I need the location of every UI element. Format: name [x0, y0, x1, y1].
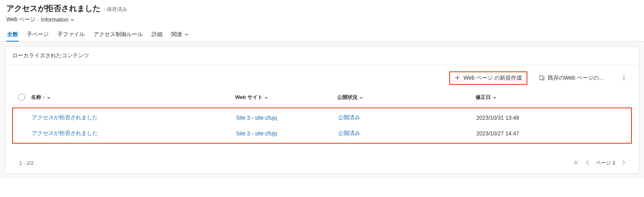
breadcrumb-form: Information — [41, 16, 68, 23]
svg-rect-0 — [540, 76, 543, 80]
more-vertical-icon — [621, 75, 627, 82]
section-title: ローカライズされたコンテンツ — [5, 47, 639, 65]
column-header-modified[interactable]: 修正日 — [476, 94, 554, 101]
tab-label: 子ページ — [27, 31, 49, 37]
chevron-down-icon — [47, 94, 51, 100]
tab-label: アクセス制御ルール — [93, 31, 143, 37]
tab-label: 詳細 — [152, 31, 163, 37]
svg-point-1 — [624, 75, 625, 76]
table-row[interactable]: アクセスが拒否されました Site 3 - site-zfujq 公開済み 20… — [13, 126, 631, 141]
row-website-link[interactable]: Site 3 - site-zfujq — [236, 130, 338, 137]
row-modified: 2023/10/27 14:47 — [476, 130, 555, 137]
pager: ページ 1 — [574, 159, 626, 166]
tab-general[interactable]: 全般 — [6, 29, 19, 41]
button-label: 既存のWeb ページの… — [548, 75, 604, 82]
tab-child-files[interactable]: 子ファイル — [57, 29, 86, 41]
breadcrumb-entity: Web ページ — [6, 16, 35, 23]
breadcrumb-separator: · — [37, 16, 39, 23]
chevron-down-icon — [264, 94, 268, 100]
button-label: Web ページ の新規作成 — [463, 75, 521, 82]
add-existing-webpage-button[interactable]: 既存のWeb ページの… — [534, 72, 609, 84]
row-range-label: 1 - 2/2 — [19, 160, 34, 166]
grid-footer: 1 - 2/2 ページ 1 — [5, 148, 639, 173]
tab-label: 子ファイル — [57, 31, 85, 37]
grid-toolbar: Web ページ の新規作成 既存のWeb ページの… — [5, 65, 639, 89]
tab-related[interactable]: 関連 — [170, 29, 189, 41]
more-commands-button[interactable] — [616, 72, 632, 84]
column-header-website[interactable]: Web サイト — [235, 94, 337, 101]
link-icon — [539, 75, 545, 82]
column-label: 公開状況 — [337, 94, 358, 101]
svg-point-3 — [624, 79, 625, 80]
row-name-link[interactable]: アクセスが拒否されました — [32, 114, 236, 121]
tab-label: 全般 — [7, 31, 18, 37]
next-page-button[interactable] — [621, 160, 626, 166]
row-publish-link[interactable]: 公開済み — [338, 114, 476, 121]
saved-status: - 保存済み — [104, 6, 127, 13]
row-publish-link[interactable]: 公開済み — [338, 130, 476, 137]
row-website-link[interactable]: Site 3 - site-zfujq — [236, 115, 338, 121]
column-label: Web サイト — [235, 94, 263, 101]
select-all-cell[interactable] — [12, 94, 31, 101]
chevron-down-icon — [359, 94, 363, 100]
column-label: 名称 — [31, 94, 41, 101]
breadcrumb[interactable]: Web ページ · Information — [6, 16, 638, 23]
current-page-label: ページ 1 — [596, 159, 615, 166]
tab-details[interactable]: 詳細 — [151, 29, 163, 41]
plus-icon — [455, 75, 460, 82]
sort-asc-icon: ↑ — [43, 95, 45, 100]
form-tabs: 全般 子ページ 子ファイル アクセス制御ルール 詳細 関連 — [0, 23, 644, 42]
tab-child-pages[interactable]: 子ページ — [26, 29, 49, 41]
grid-header-row: 名称 ↑ Web サイト 公開状況 修正日 — [12, 89, 632, 105]
record-header: アクセスが拒否されました - 保存済み Web ページ · Informatio… — [0, 0, 644, 23]
row-modified: 2023/10/31 13:48 — [476, 115, 555, 121]
chevron-down-icon — [185, 31, 188, 37]
column-label: 修正日 — [476, 94, 491, 101]
column-header-name[interactable]: 名称 ↑ — [31, 94, 235, 101]
tab-label: 関連 — [171, 31, 182, 37]
select-all-checkbox[interactable] — [18, 94, 25, 101]
column-header-publish-state[interactable]: 公開状況 — [337, 94, 476, 101]
table-row[interactable]: アクセスが拒否されました Site 3 - site-zfujq 公開済み 20… — [13, 110, 631, 126]
new-webpage-button[interactable]: Web ページ の新規作成 — [449, 71, 527, 85]
chevron-down-icon — [70, 16, 74, 23]
page-title: アクセスが拒否されました — [6, 3, 101, 14]
row-name-link[interactable]: アクセスが拒否されました — [32, 130, 236, 137]
tab-access-control-rules[interactable]: アクセス制御ルール — [93, 29, 144, 41]
svg-point-2 — [624, 77, 625, 78]
chevron-down-icon — [492, 94, 496, 100]
grid-rows: アクセスが拒否されました Site 3 - site-zfujq 公開済み 20… — [12, 108, 632, 144]
prev-page-button[interactable] — [585, 160, 590, 166]
localized-content-grid: 名称 ↑ Web サイト 公開状況 修正日 — [5, 89, 639, 148]
first-page-button[interactable] — [574, 160, 579, 166]
localized-content-panel: ローカライズされたコンテンツ Web ページ の新規作成 既存のWeb ページの… — [5, 46, 639, 174]
